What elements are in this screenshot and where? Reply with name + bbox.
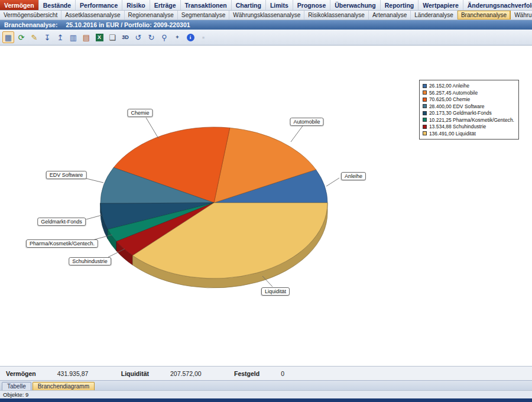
- subtab-w-hrungsklassenanalyse[interactable]: Währungsklassenanalyse: [229, 11, 304, 20]
- menu-item-nderungsnachverfolgung[interactable]: Änderungsnachverfolgung: [463, 0, 532, 10]
- menu-item-reporting[interactable]: Reporting: [381, 0, 419, 10]
- add-icon[interactable]: +: [171, 31, 183, 43]
- titlebar: Branchenanalyse: 25.10.2016 in EUR / Por…: [0, 20, 532, 30]
- subtab-w-hrungsanalyse[interactable]: Währungsanalyse: [511, 11, 532, 20]
- callout-line: [84, 178, 103, 183]
- menu-item-risiko[interactable]: Risiko: [122, 0, 150, 10]
- legend-label: 70.625,00 Chemie: [429, 96, 470, 102]
- window-bottom-edge: [0, 398, 532, 402]
- page-title: Branchenanalyse:: [4, 21, 57, 28]
- legend-swatch: [423, 131, 427, 135]
- subtab-assetklassenanalyse[interactable]: Assetklassenanalyse: [61, 11, 124, 20]
- slice-label-pharma-kosmetik-gentech: Pharma/Kosmetik/Gentech.: [26, 239, 98, 248]
- callout-line: [291, 126, 303, 142]
- slice-label-edv-software: EDV Software: [46, 171, 87, 179]
- legend-item-schuhindustrie: 13.534,88 Schuhindustrie: [423, 124, 514, 129]
- zoom-icon[interactable]: ⚲: [158, 31, 170, 43]
- menu-item-transaktionen[interactable]: Transaktionen: [181, 0, 232, 10]
- chart-icon[interactable]: ▥: [67, 31, 79, 43]
- title-context: 25.10.2016 in EUR / Portfolio: 2009-2203…: [66, 21, 190, 28]
- legend-label: 26.152,00 Anleihe: [429, 83, 469, 89]
- menu-item-charting[interactable]: Charting: [232, 0, 266, 10]
- subtab-verm-gens-bersicht[interactable]: Vermögensübersicht: [0, 11, 61, 20]
- table-grid-icon[interactable]: ▦: [2, 31, 14, 43]
- menu-item-berwachung[interactable]: Überwachung: [330, 0, 380, 10]
- slice-label-automobile: Automobile: [290, 118, 323, 126]
- legend-item-anleihe: 26.152,00 Anleihe: [423, 83, 514, 89]
- legend-item-chemie: 70.625,00 Chemie: [423, 96, 514, 102]
- excel-export-icon[interactable]: X: [93, 31, 105, 43]
- menu-item-verm-gen[interactable]: Vermögen: [0, 0, 39, 10]
- legend-swatch: [423, 125, 427, 129]
- legend-item-geldmarkt-fonds: 20.173,30 Geldmarkt-Fonds: [423, 110, 514, 116]
- legend-swatch: [423, 104, 427, 108]
- legend-label: 13.534,88 Schuhindustrie: [429, 124, 486, 129]
- summary-label-liquiditaet: Liquidität: [121, 370, 149, 377]
- legend-label: 56.257,45 Automobile: [429, 90, 478, 96]
- move-down-icon[interactable]: ↧: [41, 31, 53, 43]
- summary-label-festgeld: Festgeld: [234, 370, 259, 377]
- subtabs: VermögensübersichtAssetklassenanalyseReg…: [0, 11, 532, 20]
- chart-area: 26.152,00 Anleihe56.257,45 Automobile70.…: [0, 46, 532, 366]
- menu-item-performance[interactable]: Performance: [76, 0, 122, 10]
- info-icon[interactable]: i: [184, 31, 196, 43]
- status-bar: Objekte: 9: [0, 390, 532, 398]
- subtab-branchenanalyse[interactable]: Branchenanalyse: [458, 11, 511, 20]
- legend-label: 136.491,00 Liquidität: [429, 131, 476, 137]
- subtab-artenanalyse[interactable]: Artenanalyse: [369, 11, 411, 20]
- chart-legend: 26.152,00 Anleihe56.257,45 Automobile70.…: [419, 80, 519, 140]
- legend-item-edv-software: 28.400,00 EDV Software: [423, 103, 514, 109]
- move-up-icon[interactable]: ↥: [54, 31, 66, 43]
- legend-swatch: [423, 90, 427, 95]
- slice-label-chemie: Chemie: [127, 109, 153, 117]
- menu-item-prognose[interactable]: Prognose: [293, 0, 330, 10]
- rotate-left-icon[interactable]: ↺: [132, 31, 144, 43]
- toolbar: ▦⟳✎↧↥▥▤X❏3D↺↻⚲+i▪: [0, 30, 532, 46]
- bottom-tab-branchendiagramm[interactable]: Branchendiagramm: [33, 382, 95, 390]
- subtab-segmentanalyse[interactable]: Segmentanalyse: [178, 11, 230, 20]
- callout-line: [326, 178, 339, 186]
- legend-swatch: [423, 111, 427, 115]
- bottom-tabs: TabelleBranchendiagramm: [0, 380, 532, 390]
- subtab-risikoklassenanalyse[interactable]: Risikoklassenanalyse: [304, 11, 369, 20]
- subtab-l-nderanalyse[interactable]: Länderanalyse: [411, 11, 458, 20]
- copy-icon[interactable]: ❏: [106, 31, 118, 43]
- refresh-icon[interactable]: ⟳: [15, 31, 27, 43]
- summary-label-vermoegen: Vermögen: [6, 370, 36, 377]
- summary-value-festgeld: 0: [281, 370, 317, 377]
- slice-label-geldmarkt-fonds: Geldmarkt-Fonds: [37, 218, 86, 226]
- slice-label-schuhindustrie: Schuhindustrie: [69, 257, 111, 265]
- more-icon: ▪: [197, 31, 209, 43]
- legend-item-automobile: 56.257,45 Automobile: [423, 90, 514, 96]
- legend-swatch: [423, 98, 427, 102]
- summary-value-vermoegen: 431.935,87: [57, 370, 94, 377]
- bottom-tab-tabelle[interactable]: Tabelle: [2, 382, 31, 390]
- menu-item-limits[interactable]: Limits: [266, 0, 293, 10]
- slice-label-anleihe: Anleihe: [341, 172, 366, 180]
- legend-label: 10.221,25 Pharma/Kosmetik/Gentech.: [429, 117, 514, 123]
- object-count: Objekte: 9: [3, 391, 28, 398]
- legend-label: 28.400,00 EDV Software: [429, 103, 485, 109]
- callout-line: [86, 215, 102, 219]
- summary-bar: Vermögen 431.935,87 Liquidität 207.572,0…: [0, 366, 532, 380]
- slice-label-liquidit-t: Liquidität: [261, 287, 290, 296]
- legend-item-pharma-kosmetik-gentech: 10.221,25 Pharma/Kosmetik/Gentech.: [423, 117, 514, 123]
- menubar: VermögenBeständePerformanceRisikoErträge…: [0, 0, 532, 11]
- summary-value-liquiditaet: 207.572,00: [170, 370, 207, 377]
- subtab-regionenanalyse[interactable]: Regionenanalyse: [125, 11, 178, 20]
- legend-swatch: [423, 118, 427, 122]
- callout-line: [146, 118, 158, 138]
- rotate-right-icon[interactable]: ↻: [145, 31, 157, 43]
- legend-swatch: [423, 84, 427, 88]
- menu-item-wertpapiere[interactable]: Wertpapiere: [419, 0, 463, 10]
- legend-item-liquidit-t: 136.491,00 Liquidität: [423, 131, 514, 137]
- menu-item-best-nde[interactable]: Bestände: [39, 0, 76, 10]
- chart-edit-icon[interactable]: ▤: [80, 31, 92, 43]
- filter-edit-icon[interactable]: ✎: [28, 31, 40, 43]
- 3d-toggle-icon[interactable]: 3D: [119, 31, 131, 43]
- legend-label: 20.173,30 Geldmarkt-Fonds: [429, 110, 492, 116]
- menu-item-ertr-ge[interactable]: Erträge: [150, 0, 181, 10]
